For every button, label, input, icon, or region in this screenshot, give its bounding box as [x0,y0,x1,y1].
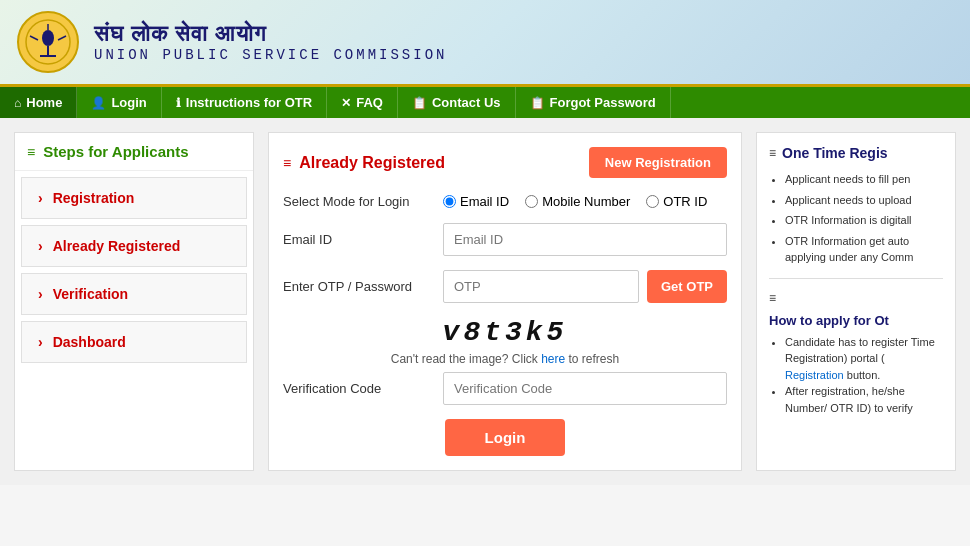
menu-icon: ≡ [27,144,35,160]
mode-radio-group: Email ID Mobile Number OTR ID [443,194,727,209]
sidebar-item-verification[interactable]: › Verification [21,273,247,315]
otp-label: Enter OTP / Password [283,279,433,294]
chevron-icon: › [38,334,43,350]
sidebar: ≡ Steps for Applicants › Registration › … [14,132,254,471]
radio-email[interactable]: Email ID [443,194,509,209]
list-item: Applicant needs to fill pen [785,171,943,188]
nav-contact[interactable]: 📋 Contact Us [398,87,516,118]
registration-link[interactable]: Registration [785,369,844,381]
contact-icon: 📋 [412,96,427,110]
nav: ⌂ Home 👤 Login ℹ Instructions for OTR ✕ … [0,87,970,118]
chevron-icon: › [38,238,43,254]
captcha-hint: Can't read the image? Click here to refr… [283,352,727,366]
chevron-icon: › [38,286,43,302]
email-label: Email ID [283,232,433,247]
title-english: UNION PUBLIC SERVICE COMMISSION [94,47,447,63]
radio-otr-input[interactable] [646,195,659,208]
radio-mobile[interactable]: Mobile Number [525,194,630,209]
chevron-icon: › [38,190,43,206]
verification-row: Verification Code [283,372,727,405]
panel-menu-icon: ≡ [283,155,291,171]
otp-row: Enter OTP / Password Get OTP [283,270,727,303]
panel-title: Already Registered [299,154,445,172]
nav-home[interactable]: ⌂ Home [0,87,77,118]
list-item: OTR Information is digitall [785,212,943,229]
upsc-logo [16,10,80,74]
center-panel: ≡ Already Registered New Registration Se… [268,132,742,471]
email-field-container [443,223,727,256]
info-icon: ℹ [176,96,181,110]
right-section2-title: How to apply for Ot [769,313,943,328]
main-content: ≡ Steps for Applicants › Registration › … [0,118,970,485]
sidebar-item-already-registered[interactable]: › Already Registered [21,225,247,267]
title-hindi: संघ लोक सेवा आयोग [94,21,447,47]
nav-instructions[interactable]: ℹ Instructions for OTR [162,87,327,118]
otp-field-container: Get OTP [443,270,727,303]
nav-login[interactable]: 👤 Login [77,87,161,118]
login-icon: 👤 [91,96,106,110]
list-item: Candidate has to register Time Registrat… [785,334,943,384]
right-section2-list: Candidate has to register Time Registrat… [769,334,943,417]
svg-point-2 [42,30,54,46]
panel-header: ≡ Already Registered New Registration [283,147,727,178]
new-registration-button[interactable]: New Registration [589,147,727,178]
list-item: OTR Information get auto applying under … [785,233,943,266]
nav-faq[interactable]: ✕ FAQ [327,87,398,118]
get-otp-button[interactable]: Get OTP [647,270,727,303]
sidebar-item-dashboard[interactable]: › Dashboard [21,321,247,363]
right-panel: ≡ One Time Regis Applicant needs to fill… [756,132,956,471]
captcha-image: v8t3k5 [283,317,727,348]
radio-mobile-input[interactable] [525,195,538,208]
sidebar-item-registration[interactable]: › Registration [21,177,247,219]
home-icon: ⌂ [14,96,21,110]
verification-label: Verification Code [283,381,433,396]
email-input[interactable] [443,223,727,256]
radio-email-input[interactable] [443,195,456,208]
divider [769,278,943,279]
email-row: Email ID [283,223,727,256]
right-section2-header: ≡ [769,291,943,305]
header: संघ लोक सेवा आयोग UNION PUBLIC SERVICE C… [0,0,970,87]
verification-field-container [443,372,727,405]
list-item: After registration, he/she Number/ OTR I… [785,383,943,416]
sidebar-title: Steps for Applicants [43,143,188,160]
otp-input[interactable] [443,270,639,303]
login-button[interactable]: Login [445,419,566,456]
sidebar-header: ≡ Steps for Applicants [15,133,253,171]
right-section1-title: One Time Regis [782,145,888,161]
x-icon: ✕ [341,96,351,110]
right-section1-header: ≡ One Time Regis [769,145,943,161]
radio-otr[interactable]: OTR ID [646,194,707,209]
panel-header-left: ≡ Already Registered [283,154,445,172]
right-menu-icon: ≡ [769,146,776,160]
forgot-icon: 📋 [530,96,545,110]
mode-row: Select Mode for Login Email ID Mobile Nu… [283,194,727,209]
list-item: Applicant needs to upload [785,192,943,209]
captcha-refresh-link[interactable]: here [541,352,565,366]
verification-input[interactable] [443,372,727,405]
right-menu-icon2: ≡ [769,291,776,305]
nav-forgot[interactable]: 📋 Forgot Password [516,87,671,118]
mode-label: Select Mode for Login [283,194,433,209]
header-title: संघ लोक सेवा आयोग UNION PUBLIC SERVICE C… [94,21,447,63]
right-section1-list: Applicant needs to fill pen Applicant ne… [769,171,943,266]
captcha-section: v8t3k5 Can't read the image? Click here … [283,317,727,366]
